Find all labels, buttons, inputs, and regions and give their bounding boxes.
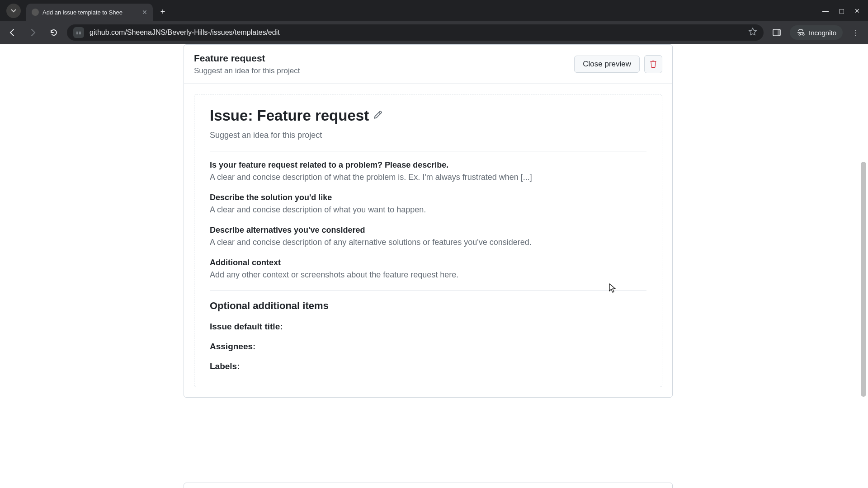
tab-search-button[interactable]	[6, 4, 21, 18]
window-controls: — ▢ ✕	[822, 7, 868, 21]
side-panel-button[interactable]	[769, 25, 784, 40]
preview-box: Issue: Feature request Suggest an idea f…	[194, 94, 662, 387]
incognito-label: Incognito	[809, 29, 836, 37]
forward-button[interactable]	[25, 25, 41, 40]
svg-rect-1	[79, 32, 81, 33]
field-alternatives: Describe alternatives you've considered …	[210, 225, 646, 247]
tab-favicon	[32, 9, 39, 16]
field-question: Is your feature request related to a pro…	[210, 160, 646, 170]
separator	[210, 151, 646, 151]
optional-items-heading: Optional additional items	[210, 300, 646, 312]
assignees-label: Assignees:	[210, 342, 646, 352]
maximize-button[interactable]: ▢	[839, 7, 844, 14]
browser-tab[interactable]: Add an issue template to Shee ✕	[26, 4, 153, 21]
pencil-icon	[373, 110, 382, 119]
svg-rect-5	[778, 29, 780, 36]
field-solution: Describe the solution you'd like A clear…	[210, 193, 646, 215]
issue-title: Issue: Feature request	[210, 107, 369, 124]
incognito-indicator[interactable]: Incognito	[790, 25, 843, 40]
default-title-label: Issue default title:	[210, 322, 646, 332]
tab-title: Add an issue template to Shee	[42, 9, 138, 16]
bookmark-star-icon[interactable]	[748, 27, 757, 38]
card-header: Feature request Suggest an idea for this…	[184, 45, 672, 84]
reload-button[interactable]	[46, 25, 61, 40]
browser-titlebar: Add an issue template to Shee ✕ + — ▢ ✕	[0, 0, 868, 21]
labels-label: Labels:	[210, 361, 646, 371]
template-subtitle: Suggest an idea for this project	[194, 66, 574, 75]
page-viewport: Feature request Suggest an idea for this…	[0, 44, 868, 488]
svg-rect-0	[76, 32, 78, 33]
trash-icon	[649, 60, 657, 68]
field-answer: A clear and concise description of what …	[210, 205, 646, 215]
field-additional-context: Additional context Add any other context…	[210, 258, 646, 280]
scrollbar-thumb[interactable]	[861, 162, 866, 397]
delete-template-button[interactable]	[644, 55, 662, 73]
svg-rect-2	[76, 33, 78, 34]
tab-close-icon[interactable]: ✕	[142, 9, 147, 16]
field-question: Describe the solution you'd like	[210, 193, 646, 202]
field-answer: Add any other context or screenshots abo…	[210, 270, 646, 280]
field-problem: Is your feature request related to a pro…	[210, 160, 646, 182]
template-card: Feature request Suggest an idea for this…	[184, 44, 673, 398]
issue-subtitle: Suggest an idea for this project	[210, 131, 646, 140]
new-tab-button[interactable]: +	[156, 5, 169, 18]
browser-toolbar: github.com/SheenaJNS/Beverly-Hills-/issu…	[0, 21, 868, 44]
next-card-peek	[184, 483, 673, 488]
url-text: github.com/SheenaJNS/Beverly-Hills-/issu…	[90, 28, 743, 37]
close-window-button[interactable]: ✕	[854, 7, 860, 14]
field-answer: A clear and concise description of what …	[210, 173, 646, 182]
template-title: Feature request	[194, 53, 574, 64]
browser-menu-button[interactable]: ⋮	[848, 25, 863, 40]
field-question: Describe alternatives you've considered	[210, 225, 646, 235]
address-bar[interactable]: github.com/SheenaJNS/Beverly-Hills-/issu…	[67, 24, 764, 41]
edit-title-button[interactable]	[373, 110, 382, 121]
site-info-button[interactable]	[73, 27, 84, 38]
separator	[210, 291, 646, 291]
minimize-button[interactable]: —	[822, 7, 829, 14]
back-button[interactable]	[5, 25, 20, 40]
incognito-icon	[796, 28, 805, 37]
field-answer: A clear and concise description of any a…	[210, 238, 646, 247]
field-question: Additional context	[210, 258, 646, 267]
svg-rect-3	[79, 33, 81, 34]
scrollbar-track[interactable]	[861, 44, 867, 488]
close-preview-button[interactable]: Close preview	[574, 56, 640, 73]
